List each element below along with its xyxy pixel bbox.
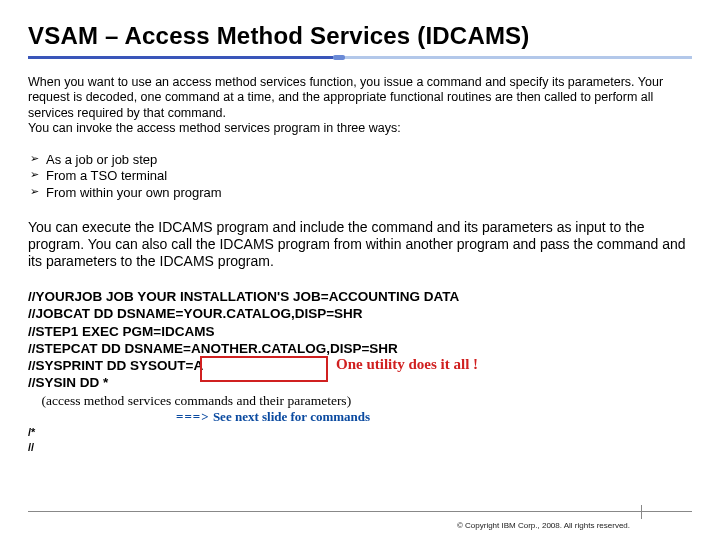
jcl-trailer: /* <box>28 425 692 439</box>
jcl-line: //JOBCAT DD DSNAME=YOUR.CATALOG,DISP=SHR <box>28 305 692 322</box>
jcl-comment: (access method services commands and the… <box>28 392 692 409</box>
copyright-text: © Copyright IBM Corp., 2008. All rights … <box>457 521 630 530</box>
jcl-line: //SYSIN DD * <box>28 374 692 391</box>
slide: VSAM – Access Method Services (IDCAMS) W… <box>0 0 720 540</box>
accent-divider <box>28 56 692 59</box>
arrow-icon: ===> <box>176 409 210 424</box>
invocation-list: As a job or job step From a TSO terminal… <box>28 152 692 201</box>
footer-tick <box>641 505 642 519</box>
see-next-text: See next slide for commands <box>213 409 370 424</box>
jcl-line: //YOURJOB JOB YOUR INSTALLATION'S JOB=AC… <box>28 288 692 305</box>
list-item: As a job or job step <box>30 152 692 168</box>
exec-paragraph: You can execute the IDCAMS program and i… <box>28 219 692 270</box>
footer-divider <box>28 511 692 512</box>
jcl-line: //STEP1 EXEC PGM=IDCAMS <box>28 323 692 340</box>
list-item: From a TSO terminal <box>30 168 692 184</box>
page-title: VSAM – Access Method Services (IDCAMS) <box>28 22 692 50</box>
jcl-trailer: // <box>28 440 692 454</box>
list-item: From within your own program <box>30 185 692 201</box>
callout-text: One utility does it all ! <box>336 356 478 373</box>
jcl-line: //STEPCAT DD DSNAME=ANOTHER.CATALOG,DISP… <box>28 340 692 357</box>
see-next-line: ===> See next slide for commands <box>176 409 692 426</box>
intro-paragraph: When you want to use an access method se… <box>28 75 692 136</box>
